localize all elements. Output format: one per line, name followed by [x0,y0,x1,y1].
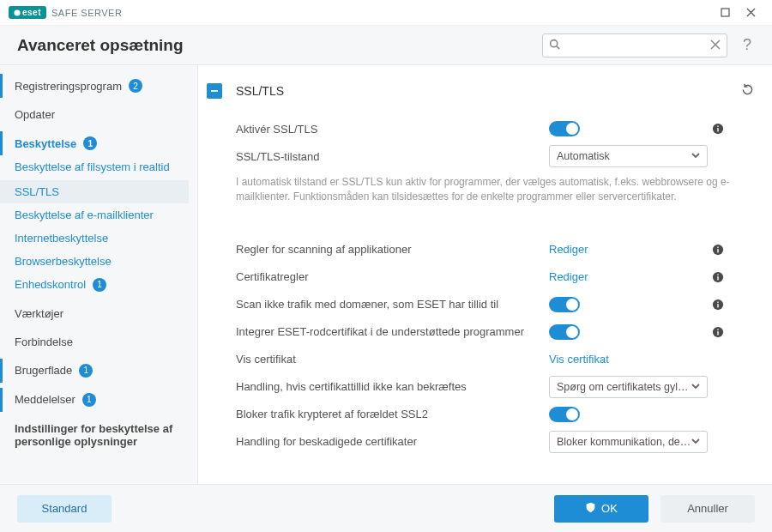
info-icon[interactable] [708,299,728,311]
sidebar-badge: 2 [129,79,142,93]
default-button[interactable]: Standard [17,495,112,523]
row-label: Integrer ESET-rodcertifikat i de underst… [236,325,549,338]
chevron-down-icon [691,436,700,448]
select-value: Bloker kommunikation, der b... [557,436,691,448]
toggle-trust-domains[interactable] [549,297,580,312]
svg-rect-10 [717,276,718,280]
button-label: Standard [42,502,87,515]
sidebar-badge: 1 [79,364,93,378]
sidebar-item-privacy[interactable]: Indstillinger for beskyttelse af personl… [0,417,189,453]
sidebar: Registreringsprogram 2 Opdater Beskyttel… [0,65,197,484]
row-label: Aktivér SSL/TLS [236,123,549,136]
row-label: Bloker trafik krypteret af forældet SSL2 [236,408,549,420]
sidebar-item-emailklienter[interactable]: Beskyttelse af e-mailklienter [0,203,189,227]
sidebar-badge: 1 [93,278,106,292]
select-untrusted-action[interactable]: Spørg om certifikatets gyldi... [549,376,708,398]
sidebar-badge: 1 [82,393,96,407]
row-trust-domains: Scan ikke trafik med domæner, som ESET h… [207,291,755,318]
link-view-cert[interactable]: Vis certifikat [549,353,609,366]
sidebar-badge: 1 [83,136,97,150]
info-icon[interactable] [708,326,728,338]
row-view-cert: Vis certifikat Vis certifikat [207,346,755,373]
sidebar-item-label: Indstillinger for beskyttelse af personl… [15,422,177,448]
window-close-button[interactable] [738,0,763,26]
row-damaged-cert: Handling for beskadigede certifikater Bl… [207,428,755,456]
sidebar-item-label: Beskyttelse af e-mailklienter [15,209,154,221]
sidebar-item-meddelelser[interactable]: Meddelelser 1 [0,388,189,412]
button-label: OK [601,502,618,515]
sidebar-item-opdater[interactable]: Opdater [0,103,189,126]
svg-rect-14 [717,301,718,302]
shield-icon [585,502,596,516]
sidebar-item-vaerktojer[interactable]: Værktøjer [0,302,189,325]
sidebar-item-browserbeskyttelse[interactable]: Browserbeskyttelse [0,250,189,273]
toggle-block-ssl2[interactable] [549,407,580,422]
row-label: Certifikatregler [236,270,549,283]
svg-rect-17 [717,329,718,329]
search-input[interactable] [542,33,727,57]
svg-rect-1 [721,9,729,16]
toggle-root-cert[interactable] [549,324,580,340]
sidebar-item-registreringsprogram[interactable]: Registreringsprogram 2 [0,74,189,98]
brand-badge: eset [9,6,46,19]
row-label: SSL/TLS-tilstand [236,150,549,163]
sidebar-item-label: Beskyttelse af filsystem i realtid [15,160,170,173]
select-ssltls-mode[interactable]: Automatisk [549,145,708,167]
row-scan-rules: Regler for scanning af applikationer Red… [207,236,755,263]
row-block-ssl2: Bloker trafik krypteret af forældet SSL2 [207,401,755,428]
window-maximize-button[interactable] [712,0,738,26]
link-edit-cert-rules[interactable]: Rediger [549,270,588,283]
ok-button[interactable]: OK [554,495,648,523]
button-label: Annuller [687,502,728,515]
row-cert-rules: Certifikatregler Rediger [207,263,755,291]
svg-rect-13 [717,304,718,307]
row-label: Vis certifikat [236,353,549,366]
svg-point-0 [14,9,20,15]
reset-icon[interactable] [740,82,755,100]
sidebar-item-label: Internetbeskyttelse [15,232,108,245]
sidebar-item-label: Opdater [15,108,55,121]
svg-rect-7 [717,249,718,252]
sidebar-item-label: Forbindelse [15,336,73,348]
svg-point-2 [551,39,558,46]
sidebar-item-beskyttelse[interactable]: Beskyttelse 1 [0,131,189,155]
sidebar-item-label: SSL/TLS [15,185,59,198]
sidebar-item-label: Browserbeskyttelse [15,255,112,268]
row-label: Handling, hvis certifikattillid ikke kan… [236,380,549,393]
sidebar-item-internetbeskyttelse[interactable]: Internetbeskyttelse [0,227,189,250]
sidebar-item-filsystem[interactable]: Beskyttelse af filsystem i realtid [0,155,189,180]
svg-rect-16 [717,331,718,335]
svg-rect-8 [717,246,718,247]
content-pane: SSL/TLS Aktivér SSL/TLS SSL/TLS-tilstand… [197,65,772,484]
mode-description: I automatisk tilstand er SSL/TLS kun akt… [207,170,755,217]
row-untrusted-action: Handling, hvis certifikattillid ikke kan… [207,373,755,401]
row-label: Handling for beskadigede certifikater [236,435,549,448]
svg-rect-4 [717,128,718,131]
sidebar-item-enhedskontrol[interactable]: Enhedskontrol 1 [0,273,189,297]
cancel-button[interactable]: Annuller [660,495,755,523]
sidebar-item-forbindelse[interactable]: Forbindelse [0,330,189,354]
help-button[interactable]: ? [739,36,755,54]
toggle-enable-ssltls[interactable] [549,121,580,136]
link-edit-scan-rules[interactable]: Rediger [549,243,588,256]
section-title: SSL/TLS [236,84,284,98]
sidebar-item-brugerflade[interactable]: Brugerflade 1 [0,359,189,383]
info-icon[interactable] [708,244,728,256]
titlebar: eset SAFE SERVER [0,0,772,26]
row-root-cert: Integrer ESET-rodcertifikat i de underst… [207,318,755,346]
sidebar-item-ssltls[interactable]: SSL/TLS [0,180,189,203]
logo: eset SAFE SERVER [9,6,122,19]
sidebar-item-label: Brugerflade [15,364,72,377]
chevron-down-icon [691,381,700,393]
collapse-toggle[interactable] [207,83,222,99]
search-clear-icon[interactable] [710,38,721,53]
sidebar-item-label: Meddelelser [15,393,75,406]
sidebar-item-label: Enhedskontrol [15,278,86,291]
page-title: Avanceret opsætning [17,36,184,55]
info-icon[interactable] [708,271,728,283]
select-damaged-cert[interactable]: Bloker kommunikation, der b... [549,431,708,453]
search-field[interactable] [542,33,727,57]
info-icon[interactable] [708,123,728,135]
sidebar-item-label: Beskyttelse [15,137,76,150]
section-header: SSL/TLS [207,74,755,108]
